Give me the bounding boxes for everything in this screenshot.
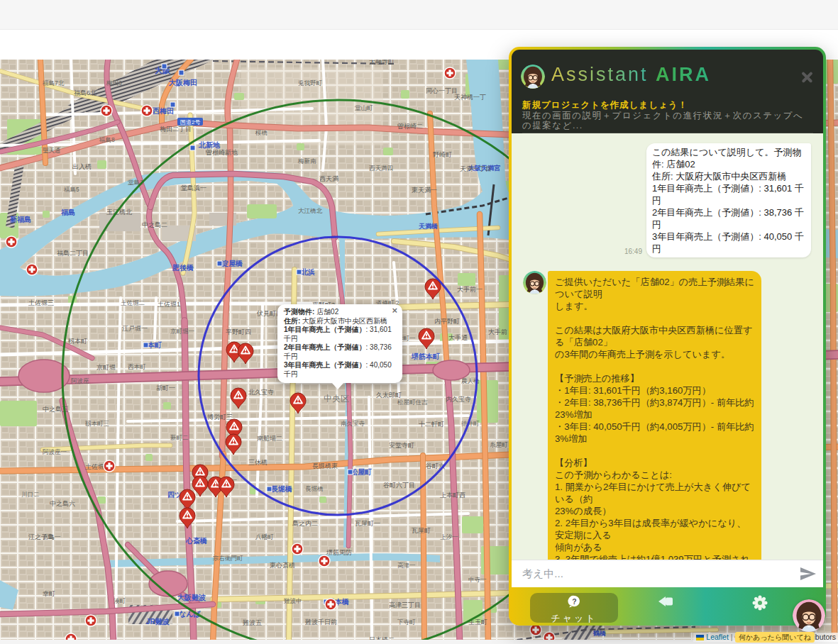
svg-text:鶴橋: 鶴橋: [592, 630, 606, 637]
svg-text:十二軒町: 十二軒町: [419, 421, 444, 428]
svg-text:富島一: 富島一: [43, 533, 61, 540]
svg-text:東心斎橋: 東心斎橋: [270, 562, 295, 569]
svg-text:中之島二: 中之島二: [142, 221, 167, 228]
svg-text:北久宝寺: 北久宝寺: [248, 389, 274, 396]
svg-text:大江橋北: 大江橋北: [298, 207, 323, 214]
svg-text:堂山町: 堂山町: [355, 104, 373, 111]
svg-text:京町堀一: 京町堀一: [170, 328, 194, 335]
svg-text:堺筋周防: 堺筋周防: [326, 549, 352, 556]
svg-text:福島8: 福島8: [99, 136, 115, 143]
svg-text:江戸堀一: 江戸堀一: [122, 325, 148, 332]
svg-text:福島7北: 福島7北: [42, 79, 65, 87]
svg-text:梅田二丁目: 梅田二丁目: [160, 126, 192, 133]
svg-text:難波五: 難波五: [243, 619, 262, 626]
svg-text:八幡町: 八幡町: [255, 533, 274, 540]
svg-text:梅新南: 梅新南: [297, 157, 316, 165]
svg-text:土佐堀1: 土佐堀1: [158, 301, 180, 308]
svg-text:南船場二: 南船場二: [257, 435, 282, 442]
svg-text:川口二: 川口二: [21, 491, 40, 498]
svg-text:松屋町住吉: 松屋町住吉: [397, 399, 428, 406]
svg-text:糸屋町: 糸屋町: [490, 441, 508, 448]
svg-text:天神橋一丁: 天神橋一丁: [454, 94, 486, 101]
svg-text:土佐堀二: 土佐堀二: [121, 299, 145, 306]
svg-text:三休橋: 三休橋: [248, 459, 268, 466]
svg-text:上汐一: 上汐一: [440, 533, 458, 540]
svg-text:中之島六: 中之島六: [50, 500, 75, 507]
svg-text:曽根崎新地: 曽根崎新地: [206, 149, 238, 156]
svg-text:長堀橋東: 長堀橋東: [312, 462, 338, 470]
svg-text:福島6北: 福島6北: [74, 89, 97, 96]
svg-text:湊町: 湊町: [114, 597, 126, 604]
svg-text:桜橋: 桜橋: [255, 129, 268, 136]
svg-text:幸町: 幸町: [43, 590, 55, 597]
svg-text:長堀橋: 長堀橋: [270, 485, 292, 493]
svg-text:天満橋: 天満橋: [418, 223, 438, 230]
svg-text:西天満四: 西天満四: [369, 165, 393, 172]
svg-text:瓦屋町: 瓦屋町: [412, 527, 431, 534]
svg-text:太融寺町: 太融寺町: [369, 60, 395, 65]
svg-text:上本町西: 上本町西: [440, 492, 465, 499]
svg-text:肥後橋: 肥後橋: [172, 264, 194, 272]
svg-text:梅田3: 梅田3: [106, 79, 122, 87]
svg-text:瓦屋町一: 瓦屋町一: [355, 520, 380, 527]
svg-text:下寺町: 下寺町: [397, 618, 416, 626]
svg-text:心斎橋: 心斎橋: [185, 537, 207, 545]
svg-text:難波千日前: 難波千日前: [305, 618, 337, 626]
svg-text:兎我野町: 兎我野町: [298, 79, 323, 87]
svg-text:平野町四: 平野町四: [226, 328, 251, 335]
svg-text:東天満一: 東天満一: [412, 187, 437, 194]
svg-text:南久宝寺: 南久宝寺: [341, 420, 365, 427]
svg-text:松屋町: 松屋町: [350, 468, 372, 476]
svg-text:北浜: 北浜: [300, 268, 315, 276]
svg-text:北新地: 北新地: [198, 141, 220, 149]
svg-text:西梅田: 西梅田: [152, 107, 174, 115]
svg-text:天満一丁目: 天満一丁目: [460, 165, 492, 172]
svg-text:新福島: 新福島: [9, 216, 31, 223]
svg-text:大阪難波: 大阪難波: [177, 594, 206, 601]
svg-text:内久宝寺: 内久宝寺: [446, 396, 471, 403]
svg-text:中央区: 中央区: [324, 394, 349, 404]
svg-text:西本町: 西本町: [128, 363, 146, 370]
svg-text:高津三丁目: 高津三丁目: [389, 601, 421, 609]
svg-text:中寺一: 中寺一: [468, 576, 487, 583]
svg-text:長堀橋: 長堀橋: [305, 485, 324, 492]
svg-text:阿波座: 阿波座: [71, 377, 89, 384]
svg-text:堂島浜一: 堂島浜一: [181, 184, 206, 191]
svg-text:島之内二: 島之内二: [292, 520, 318, 527]
svg-text:大手前一: 大手前一: [457, 286, 483, 293]
svg-text:福島: 福島: [60, 209, 75, 216]
svg-text:高津一: 高津一: [397, 562, 416, 569]
svg-text:堺筋本町: 堺筋本町: [411, 352, 440, 360]
svg-text:宗右衛門町: 宗右衛門町: [213, 555, 243, 562]
svg-text:靱本町三: 靱本町三: [85, 420, 109, 427]
svg-text:野崎町: 野崎町: [433, 151, 452, 158]
svg-text:内平野町: 内平野町: [434, 318, 460, 325]
svg-text:新町一: 新町一: [156, 384, 175, 392]
svg-text:出入橋: 出入橋: [72, 163, 92, 170]
svg-text:博労町三: 博労町三: [207, 413, 233, 421]
svg-text:福島5: 福島5: [63, 186, 79, 193]
svg-text:久太郎町: 久太郎町: [376, 392, 402, 399]
svg-text:大阪梅田: 大阪梅田: [168, 79, 197, 87]
svg-text:淀屋橋: 淀屋橋: [221, 260, 243, 267]
svg-text:JR難波: JR難波: [146, 618, 170, 626]
svg-text:阿波座一: 阿波座一: [43, 448, 67, 455]
svg-text:国道2号: 国道2号: [180, 119, 200, 126]
svg-text:難波中: 難波中: [284, 597, 302, 604]
svg-text:安堂寺町: 安堂寺町: [389, 442, 414, 449]
svg-text:?: ?: [572, 598, 576, 606]
svg-text:靱本町: 靱本町: [67, 338, 87, 345]
svg-text:同心一丁目: 同心一丁目: [426, 87, 458, 94]
svg-text:福島二丁目: 福島二丁目: [57, 250, 89, 257]
svg-text:大手前: 大手前: [488, 328, 507, 335]
svg-text:本町: 本町: [147, 341, 162, 349]
svg-text:西天満: 西天満: [319, 175, 338, 182]
svg-text:聖天通: 聖天通: [43, 147, 61, 154]
svg-text:新町二: 新町二: [170, 434, 189, 441]
svg-text:谷町六丁目: 谷町六丁目: [383, 482, 415, 489]
svg-text:大手通: 大手通: [448, 334, 468, 341]
svg-text:曽根崎二: 曽根崎二: [397, 123, 423, 130]
svg-text:京町堀: 京町堀: [97, 364, 116, 371]
svg-text:土佐堀三: 土佐堀三: [28, 299, 54, 306]
